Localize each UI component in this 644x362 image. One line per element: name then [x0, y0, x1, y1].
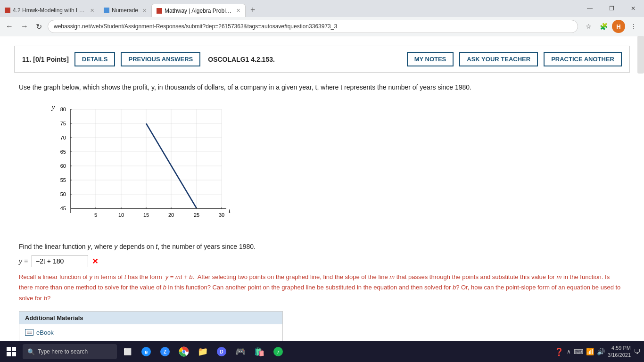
- search-icon: 🔍: [27, 348, 35, 355]
- tab2-label: Numerade: [112, 7, 138, 14]
- menu-icon[interactable]: ⋮: [627, 20, 640, 33]
- svg-text:Z: Z: [164, 349, 166, 354]
- zoom-icon[interactable]: Z: [157, 343, 173, 357]
- extensions-icon[interactable]: 🧩: [597, 20, 610, 33]
- svg-text:55: 55: [60, 177, 66, 183]
- toolbar-icons: ☆ 🧩 H ⋮: [582, 20, 640, 33]
- volume-icon[interactable]: 🔊: [597, 348, 605, 355]
- svg-text:25: 25: [194, 212, 199, 218]
- chevron-icon[interactable]: ∧: [567, 348, 571, 355]
- scrollbar[interactable]: [637, 36, 644, 74]
- tab1-close[interactable]: ✕: [90, 8, 94, 14]
- back-button[interactable]: ←: [4, 20, 15, 33]
- svg-text:5: 5: [94, 212, 97, 218]
- svg-text:75: 75: [60, 121, 66, 126]
- svg-text:e: e: [145, 349, 148, 355]
- edge-icon[interactable]: e: [138, 343, 155, 357]
- hint-text: Recall a linear function of y in terms o…: [19, 272, 625, 303]
- additional-materials: Additional Materials 📖 eBook: [19, 311, 283, 341]
- question-body: Use the graph below, which shows the pro…: [14, 82, 630, 341]
- ebook-icon: 📖: [25, 329, 33, 336]
- answer-label: y =: [19, 257, 28, 265]
- address-bar-row: ← → ↻ ☆ 🧩 H ⋮: [0, 17, 644, 36]
- taskbar-search[interactable]: 🔍 Type here to search: [23, 344, 117, 357]
- svg-point-53: [182, 350, 185, 353]
- tab3-label: Mathway | Algebra Problem Solv: [165, 8, 232, 14]
- ask-teacher-button[interactable]: ASK YOUR TEACHER: [459, 52, 538, 66]
- svg-text:65: 65: [60, 149, 66, 155]
- discord-icon[interactable]: D: [213, 343, 230, 357]
- tab2-close[interactable]: ✕: [142, 8, 147, 14]
- help-icon[interactable]: ❓: [554, 347, 564, 356]
- question-text: Use the graph below, which shows the pro…: [19, 82, 625, 92]
- svg-text:y: y: [51, 104, 55, 111]
- tab-1[interactable]: 4.2 Hmwk-Modeling with Linear ✕: [0, 4, 99, 17]
- taskbar: 🔍 Type here to search ⬜ e Z 📁 D 🎮 🛍️ ♪ ❓…: [0, 341, 644, 357]
- tab3-close[interactable]: ✕: [236, 8, 240, 14]
- svg-text:45: 45: [60, 206, 66, 211]
- svg-text:15: 15: [143, 212, 149, 218]
- page-content: 11. [0/1 Points] DETAILS PREVIOUS ANSWER…: [0, 36, 644, 357]
- find-text: Find the linear function y, where y depe…: [19, 243, 625, 250]
- windows-logo-icon: [7, 347, 16, 356]
- tab1-favicon: [5, 8, 10, 13]
- tab-2[interactable]: Numerade ✕: [99, 4, 151, 17]
- svg-text:10: 10: [118, 212, 124, 218]
- svg-text:20: 20: [168, 212, 174, 218]
- reload-button[interactable]: ↻: [34, 20, 44, 33]
- address-input[interactable]: [48, 20, 578, 33]
- ebook-link[interactable]: 📖 eBook: [25, 329, 277, 336]
- browser-chrome: 4.2 Hmwk-Modeling with Linear ✕ Numerade…: [0, 0, 644, 36]
- practice-another-button[interactable]: PRACTICE ANOTHER: [544, 52, 622, 66]
- tab3-favicon: [157, 8, 162, 14]
- svg-text:D: D: [220, 349, 223, 354]
- close-button[interactable]: ✕: [622, 0, 644, 17]
- minecraft-icon[interactable]: 🎮: [232, 343, 249, 357]
- tab-bar: 4.2 Hmwk-Modeling with Linear ✕ Numerade…: [0, 0, 644, 17]
- answer-input[interactable]: [32, 255, 88, 267]
- spotify-icon[interactable]: ♪: [270, 343, 287, 357]
- previous-answers-button[interactable]: PREVIOUS ANSWERS: [121, 52, 200, 66]
- tab1-label: 4.2 Hmwk-Modeling with Linear: [13, 7, 86, 14]
- wrong-icon: ✕: [92, 257, 98, 266]
- chrome-icon[interactable]: [175, 343, 192, 357]
- taskbar-time-value: 4:59 PM: [608, 345, 631, 352]
- maximize-button[interactable]: ❐: [601, 0, 622, 17]
- store-icon[interactable]: 🛍️: [251, 343, 268, 357]
- forward-button[interactable]: →: [19, 20, 30, 33]
- details-button[interactable]: DETAILS: [74, 52, 116, 66]
- taskbar-clock[interactable]: 4:59 PM 3/16/2021: [608, 345, 631, 357]
- taskbar-date-value: 3/16/2021: [608, 352, 631, 357]
- my-notes-button[interactable]: MY NOTES: [407, 52, 454, 66]
- keyboard-icon[interactable]: ⌨: [574, 348, 583, 355]
- file-explorer-icon[interactable]: 📁: [194, 343, 211, 357]
- bookmark-icon[interactable]: ☆: [582, 20, 595, 33]
- notification-icon[interactable]: 🗨: [634, 348, 640, 355]
- tab2-favicon: [104, 8, 109, 13]
- svg-text:70: 70: [60, 135, 66, 140]
- additional-materials-header: Additional Materials: [19, 312, 282, 324]
- question-header: 11. [0/1 Points] DETAILS PREVIOUS ANSWER…: [14, 46, 630, 73]
- svg-text:50: 50: [60, 191, 66, 197]
- new-tab-button[interactable]: +: [246, 6, 260, 14]
- question-code: OSCOLALG1 4.2.153.: [208, 56, 275, 63]
- additional-materials-body: 📖 eBook: [19, 324, 282, 341]
- svg-text:t: t: [229, 207, 231, 214]
- task-view-button[interactable]: ⬜: [119, 343, 136, 357]
- answer-row: y = ✕: [19, 255, 625, 267]
- minimize-button[interactable]: —: [579, 0, 601, 17]
- question-number: 11. [0/1 Points]: [22, 56, 69, 63]
- graph-container: y t: [47, 100, 236, 233]
- profile-button[interactable]: H: [612, 20, 625, 33]
- tab-3[interactable]: Mathway | Algebra Problem Solv ✕: [151, 4, 246, 17]
- ebook-label: eBook: [36, 329, 54, 336]
- taskbar-right: ❓ ∧ ⌨ 📶 🔊 4:59 PM 3/16/2021 🗨: [554, 345, 642, 357]
- svg-text:80: 80: [60, 107, 66, 112]
- svg-text:♪: ♪: [277, 349, 280, 354]
- window-controls: — ❐ ✕: [579, 0, 644, 17]
- wifi-icon[interactable]: 📶: [586, 348, 594, 355]
- search-placeholder: Type here to search: [38, 348, 88, 355]
- start-button[interactable]: [2, 342, 21, 357]
- svg-text:30: 30: [219, 212, 224, 218]
- svg-text:60: 60: [60, 163, 66, 169]
